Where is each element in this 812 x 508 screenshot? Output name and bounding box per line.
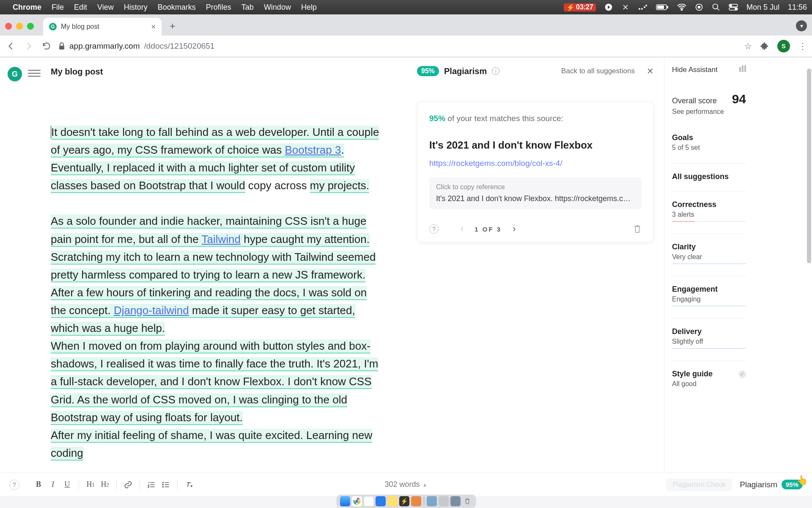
document-menu-button[interactable] [28, 67, 41, 80]
correctness-section[interactable]: Correctness 3 alerts [672, 200, 746, 222]
ordered-list-button[interactable] [144, 478, 159, 492]
status-icon-2[interactable] [638, 4, 647, 10]
window-maximize-button[interactable] [27, 23, 34, 30]
profile-avatar[interactable]: S [777, 40, 790, 52]
tab-search-button[interactable]: ▾ [796, 20, 807, 31]
underline-button[interactable]: U [60, 478, 74, 492]
help-icon[interactable]: ? [429, 224, 439, 234]
link-bootstrap3[interactable]: Bootstrap 3 [285, 144, 341, 157]
paragraph-4[interactable]: When I moved on from playing around with… [51, 337, 385, 426]
status-icon-1[interactable] [621, 3, 630, 11]
new-tab-button[interactable]: + [165, 19, 180, 34]
info-icon[interactable]: i [492, 67, 499, 75]
dock-app-notes[interactable] [387, 496, 398, 506]
dnd-icon[interactable] [604, 3, 613, 11]
styleguide-section[interactable]: Style guide ✓ All good [672, 370, 746, 388]
site-lock-icon[interactable] [58, 42, 65, 50]
dock-app-calendar[interactable] [364, 496, 374, 506]
h1-button[interactable]: H1 [83, 478, 98, 492]
menu-help[interactable]: Help [301, 3, 317, 12]
bold-button[interactable]: B [31, 478, 46, 492]
chrome-menu-button[interactable]: ⋮ [798, 41, 807, 51]
document-body[interactable]: It doesn't take long to fall behind as a… [51, 123, 385, 462]
paragraph-1[interactable]: It doesn't take long to fall behind as a… [51, 123, 385, 194]
paragraph-5[interactable]: After my initial feeling of shame, I was… [51, 426, 385, 462]
svg-point-21 [355, 500, 359, 503]
plagiarism-status-button[interactable]: Plagiarism 95% [740, 480, 803, 489]
plagiarism-header: 95% Plagiarism i Back to all suggestions… [417, 66, 654, 76]
menu-window[interactable]: Window [264, 3, 291, 12]
menu-history[interactable]: History [124, 3, 148, 12]
wifi-icon[interactable] [677, 4, 686, 11]
unordered-list-button[interactable] [159, 478, 173, 492]
match-source-url[interactable]: https://rocketgems.com/blog/col-xs-4/ [429, 159, 642, 168]
focus-icon[interactable] [695, 3, 703, 11]
nav-forward-button[interactable] [23, 40, 35, 52]
menu-bookmarks[interactable]: Bookmarks [158, 3, 196, 12]
paragraph-3[interactable]: After a few hours of tinkering and readi… [51, 284, 385, 337]
dock-app-vscode[interactable] [376, 496, 386, 506]
dismiss-button[interactable] [633, 224, 642, 234]
dock-app-generic-1[interactable] [411, 496, 421, 506]
grammarly-logo[interactable]: G [8, 67, 22, 81]
link-django-tailwind[interactable]: Django-tailwind [114, 304, 189, 318]
battery-icon[interactable] [656, 4, 669, 11]
url-input[interactable]: app.grammarly.com/ddocs/1215020651 [58, 41, 738, 51]
delivery-label: Delivery [672, 327, 746, 336]
pager-next-button[interactable]: › [513, 224, 516, 235]
dock-trash[interactable] [462, 496, 472, 506]
dock-app-generic-bolt[interactable]: ⚡ [399, 496, 409, 506]
dock-item-1[interactable] [427, 496, 437, 506]
hide-assistant-button[interactable]: Hide Assistant [672, 66, 718, 74]
see-performance-link[interactable]: See performance [672, 108, 746, 116]
dock-item-2[interactable] [439, 496, 449, 506]
overall-score-row[interactable]: Overall score 94 [672, 92, 746, 106]
document-title[interactable]: My blog post [51, 67, 402, 77]
reference-box[interactable]: Click to copy reference It's 2021 and I … [429, 177, 642, 209]
menu-edit[interactable]: Edit [74, 3, 87, 12]
link-tailwind[interactable]: Tailwind [202, 233, 241, 247]
word-count[interactable]: 302 words ▲ [385, 480, 428, 489]
spotlight-icon[interactable] [712, 3, 720, 11]
back-to-suggestions-link[interactable]: Back to all suggestions [561, 67, 635, 75]
dock-app-finder[interactable] [340, 496, 350, 506]
menu-tab[interactable]: Tab [241, 3, 254, 12]
help-button[interactable]: ? [9, 480, 19, 490]
all-suggestions-link[interactable]: All suggestions [672, 172, 746, 181]
h2-button[interactable]: H2 [98, 478, 112, 492]
extensions-button[interactable] [760, 42, 769, 50]
overall-score-label: Overall score [672, 97, 717, 105]
pager-prev-button[interactable]: ‹ [461, 224, 464, 235]
dock-item-3[interactable] [450, 496, 461, 506]
window-minimize-button[interactable] [16, 23, 23, 30]
scrollbar-thumb[interactable] [807, 69, 811, 263]
clear-format-button[interactable] [182, 478, 196, 492]
bookmark-button[interactable]: ☆ [744, 41, 752, 51]
control-center-icon[interactable] [729, 4, 738, 11]
nav-reload-button[interactable] [41, 40, 52, 52]
paragraph-2[interactable]: As a solo founder and indie hacker, main… [51, 212, 385, 283]
close-panel-button[interactable]: ✕ [647, 66, 654, 76]
delivery-section[interactable]: Delivery Slightly off [672, 327, 746, 349]
italic-button[interactable]: I [46, 478, 60, 492]
dock-app-chrome[interactable] [352, 496, 362, 506]
tab-close-button[interactable]: × [151, 22, 156, 31]
menu-view[interactable]: View [97, 3, 114, 12]
svg-point-13 [730, 5, 732, 6]
menubar-clock[interactable]: 11:56 [788, 3, 807, 12]
scrollbar-track[interactable] [806, 58, 812, 473]
nav-back-button[interactable] [5, 40, 17, 52]
browser-tab-active[interactable]: G My blog post × [43, 18, 162, 36]
link-button[interactable] [121, 478, 135, 492]
layout-toggle-icon[interactable] [738, 65, 746, 74]
battery-time-indicator[interactable]: ⚡03:27 [564, 3, 596, 11]
engagement-section[interactable]: Engagement Engaging [672, 285, 746, 306]
menu-file[interactable]: File [52, 3, 64, 12]
text-run: my projects. [310, 179, 369, 193]
clarity-section[interactable]: Clarity Very clear [672, 243, 746, 264]
menubar-date[interactable]: Mon 5 Jul [746, 3, 779, 12]
menu-app-name[interactable]: Chrome [13, 3, 41, 12]
window-close-button[interactable] [5, 23, 12, 30]
menu-profiles[interactable]: Profiles [206, 3, 231, 12]
goals-section[interactable]: Goals 5 of 5 set [672, 133, 746, 152]
